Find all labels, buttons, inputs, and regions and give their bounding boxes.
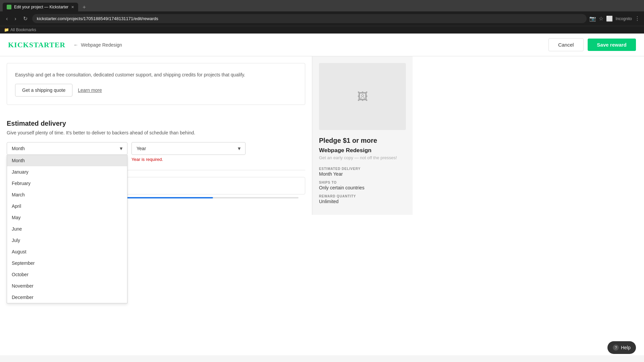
get-shipping-quote-button[interactable]: Get a shipping quote	[15, 84, 72, 97]
reward-quantity-label: REWARD QUANTITY	[319, 194, 406, 198]
preview-image: 🖼	[319, 63, 406, 130]
site-header: KICKSTARTER ← Webpage Redesign Cancel Sa…	[0, 34, 644, 56]
delivery-section-title: Estimated delivery	[7, 120, 305, 127]
help-circle-icon: ?	[613, 345, 619, 351]
dropdown-item-september[interactable]: September	[7, 257, 127, 269]
active-tab[interactable]: Edit your project — Kickstarter ✕	[3, 3, 78, 11]
month-select-wrapper: Month January February March April May J…	[7, 142, 127, 155]
breadcrumb: ← Webpage Redesign	[73, 42, 122, 48]
shipping-actions: Get a shipping quote Learn more	[15, 84, 297, 97]
tab-bar: Edit your project — Kickstarter ✕ ＋	[0, 0, 644, 11]
dropdown-item-november[interactable]: November	[7, 280, 127, 292]
year-error-message: Year is required.	[131, 157, 246, 162]
help-label: Help	[621, 345, 631, 350]
dropdown-item-may[interactable]: May	[7, 212, 127, 223]
page: KICKSTARTER ← Webpage Redesign Cancel Sa…	[0, 34, 644, 355]
toolbar-actions: 📷 ☆ ⬜ Incognito ⋮	[589, 15, 640, 22]
month-select[interactable]: Month January February March April May J…	[7, 142, 127, 155]
save-reward-button[interactable]: Save reward	[588, 39, 636, 51]
camera-off-icon: 📷	[589, 15, 596, 22]
learn-more-link[interactable]: Learn more	[78, 87, 102, 93]
tab-close-icon[interactable]: ✕	[71, 5, 74, 9]
delivery-section: Estimated delivery Give yourself plenty …	[0, 112, 312, 170]
address-bar[interactable]	[32, 14, 587, 23]
dropdown-item-january[interactable]: January	[7, 166, 127, 178]
forward-button[interactable]: ›	[12, 14, 18, 23]
ships-to-label: SHIPS TO	[319, 181, 406, 184]
year-select-wrapper: Year 2024 2025 2026 2027 ▼ Year is requi…	[131, 142, 246, 162]
bookmarks-folder-icon: 📁	[4, 27, 9, 32]
browser-toolbar: ‹ › ↻ 📷 ☆ ⬜ Incognito ⋮	[0, 11, 644, 26]
extension-icon[interactable]: ⬜	[606, 15, 613, 22]
breadcrumb-arrow: ←	[73, 42, 78, 48]
dropdown-item-july[interactable]: July	[7, 235, 127, 246]
shipping-box: Easyship and get a free consultation, de…	[7, 63, 305, 105]
dropdown-item-april[interactable]: April	[7, 200, 127, 212]
dropdown-item-october[interactable]: October	[7, 269, 127, 280]
estimated-delivery-value: Month Year	[319, 171, 406, 177]
dropdown-item-february[interactable]: February	[7, 178, 127, 189]
reward-description: Get an early copy — not off the presses!	[319, 155, 406, 160]
new-tab-button[interactable]: ＋	[79, 3, 89, 11]
dropdown-item-month[interactable]: Month	[7, 155, 127, 166]
shipping-description: Easyship and get a free consultation, de…	[15, 71, 297, 78]
tab-favicon	[7, 5, 11, 9]
pledge-amount: Pledge $1 or more	[319, 137, 406, 144]
dropdown-item-august[interactable]: August	[7, 246, 127, 257]
estimated-delivery-label: ESTIMATED DELIVERY	[319, 167, 406, 171]
delivery-hint: Give yourself plenty of time. It's bette…	[7, 130, 305, 135]
reward-quantity-value: Unlimited	[319, 199, 406, 204]
dropdown-item-december[interactable]: December	[7, 292, 127, 303]
content-wrapper: Easyship and get a free consultation, de…	[0, 56, 644, 215]
ships-to-meta: SHIPS TO Only certain countries	[319, 181, 406, 190]
sidebar: 🖼 Pledge $1 or more Webpage Redesign Get…	[312, 56, 413, 215]
bookmarks-bar: 📁 All Bookmarks	[0, 26, 644, 34]
month-dropdown[interactable]: Month January February March April May J…	[7, 155, 127, 303]
bookmark-icon[interactable]: ☆	[599, 15, 603, 22]
bookmarks-label: All Bookmarks	[10, 27, 36, 32]
breadcrumb-text: Webpage Redesign	[81, 42, 122, 48]
tab-label: Edit your project — Kickstarter	[14, 5, 68, 9]
menu-icon[interactable]: ⋮	[635, 15, 640, 22]
reward-title: Webpage Redesign	[319, 147, 406, 154]
incognito-label: Incognito	[615, 16, 632, 21]
browser-chrome: Edit your project — Kickstarter ✕ ＋ ‹ › …	[0, 0, 644, 34]
cancel-button[interactable]: Cancel	[548, 38, 584, 51]
help-button[interactable]: ? Help	[607, 341, 636, 354]
dropdown-item-march[interactable]: March	[7, 189, 127, 200]
reload-button[interactable]: ↻	[21, 14, 30, 23]
estimated-delivery-meta: ESTIMATED DELIVERY Month Year	[319, 167, 406, 177]
year-select-container: Year 2024 2025 2026 2027 ▼	[131, 142, 246, 155]
delivery-selects: Month January February March April May J…	[7, 142, 305, 162]
year-select[interactable]: Year 2024 2025 2026 2027	[131, 142, 246, 155]
image-placeholder-icon: 🖼	[357, 90, 368, 103]
ships-to-value: Only certain countries	[319, 185, 406, 190]
main-content: Easyship and get a free consultation, de…	[0, 56, 312, 215]
logo: KICKSTARTER	[8, 41, 65, 49]
header-actions: Cancel Save reward	[548, 38, 636, 51]
dropdown-item-june[interactable]: June	[7, 223, 127, 235]
back-button[interactable]: ‹	[4, 14, 10, 23]
month-select-container: Month January February March April May J…	[7, 142, 127, 155]
reward-quantity-meta: REWARD QUANTITY Unlimited	[319, 194, 406, 204]
